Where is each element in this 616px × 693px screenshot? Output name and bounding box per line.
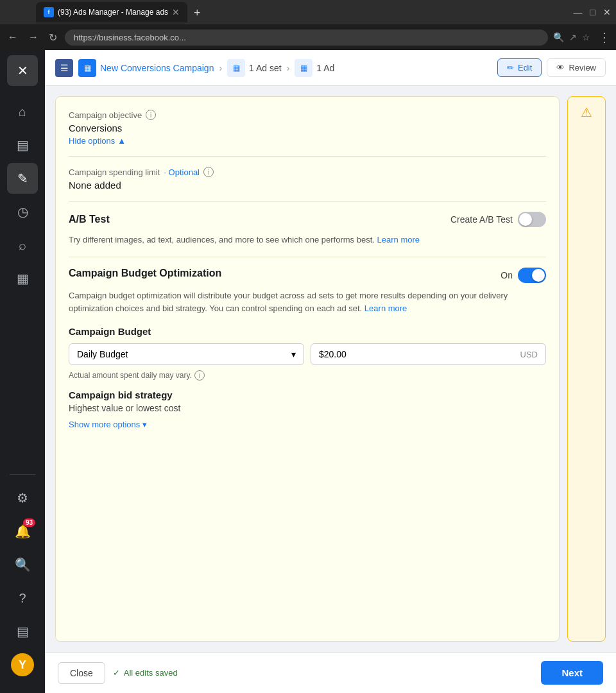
refresh-button[interactable]: ↻	[46, 29, 60, 46]
bid-strategy-label: Campaign bid strategy	[69, 389, 546, 400]
bookmark-icon: ☆	[582, 32, 590, 42]
adset-grid-icon: ▦	[233, 64, 240, 73]
budget-note-text: Actual amount spent daily may vary.	[69, 371, 192, 380]
hide-options-button[interactable]: Hide options ▲	[69, 136, 126, 146]
breadcrumb-sep-1: ›	[219, 63, 222, 73]
budget-amount-input[interactable]: $20.00 USD	[311, 343, 546, 365]
breadcrumb-adset[interactable]: ▦ 1 Ad set	[227, 59, 282, 77]
warning-icon-area: ⚠	[568, 97, 605, 128]
sidebar-item-panel[interactable]: ▤	[7, 616, 38, 647]
sidebar-item-search2[interactable]: 🔍	[7, 549, 38, 580]
breadcrumb-campaign[interactable]: ▦ New Conversions Campaign	[78, 59, 214, 77]
ab-learn-more-link[interactable]: Learn more	[377, 235, 420, 244]
address-icons: 🔍 ↗ ☆	[553, 32, 590, 42]
edit-button[interactable]: ✏ Edit	[497, 58, 542, 77]
ab-test-description: Try different images, ad text, audiences…	[69, 234, 546, 246]
top-nav: ☰ ▦ New Conversions Campaign › ▦ 1 Ad se…	[45, 50, 616, 86]
address-input[interactable]	[65, 30, 548, 46]
edit-label: Edit	[518, 63, 532, 73]
budget-amount-value: $20.00	[319, 349, 346, 359]
sidebar-item-edit[interactable]: ✎	[7, 163, 38, 194]
sidebar-item-chart[interactable]: ▤	[7, 130, 38, 160]
sidebar-item-clock[interactable]: ◷	[7, 196, 38, 227]
settings-icon: ⚙	[17, 490, 28, 506]
ab-test-toggle-row: Create A/B Test	[450, 212, 546, 227]
close-button[interactable]: Close	[58, 662, 105, 684]
spending-limit-value: None added	[69, 180, 546, 191]
cbo-toggle[interactable]	[518, 268, 546, 283]
breadcrumb-ad[interactable]: ▦ 1 Ad	[295, 59, 334, 77]
budget-type-select[interactable]: Daily Budget ▾	[69, 343, 304, 365]
warning-panel: ⚠	[567, 96, 606, 642]
search2-icon: 🔍	[15, 557, 31, 572]
cbo-toggle-label: On	[501, 270, 513, 280]
scroll-area[interactable]: Campaign objective i Conversions Hide op…	[45, 86, 616, 652]
form-card: Campaign objective i Conversions Hide op…	[55, 96, 560, 642]
cbo-toggle-row: On	[501, 268, 546, 283]
show-more-options-button[interactable]: Show more options ▾	[69, 420, 147, 429]
objective-info-icon[interactable]: i	[146, 110, 156, 120]
sidebar-item-search[interactable]: ⌕	[7, 230, 38, 261]
sidebar-divider	[10, 474, 35, 475]
warning-triangle-icon: ⚠	[581, 105, 592, 120]
ab-test-section: A/B Test Create A/B Test	[69, 212, 546, 227]
cbo-section: Campaign Budget Optimization On	[69, 268, 546, 283]
cbo-desc-text: Campaign budget optimization will distri…	[69, 291, 508, 314]
address-bar: ← → ↻ 🔍 ↗ ☆ ⋮	[0, 24, 616, 50]
active-tab[interactable]: f (93) Ads Manager - Manage ads ✕	[36, 2, 187, 22]
campaign-grid-icon: ▦	[84, 64, 91, 73]
ab-test-toggle[interactable]	[518, 212, 546, 227]
new-tab-button[interactable]: +	[189, 4, 206, 22]
spending-limit-section: Campaign spending limit · Optional i	[69, 167, 546, 177]
next-button[interactable]: Next	[541, 661, 603, 685]
browser-menu-button[interactable]: ⋮	[598, 30, 611, 45]
notification-badge: 93	[23, 518, 35, 527]
ad-icon: ▦	[295, 59, 312, 77]
cbo-title: Campaign Budget Optimization	[69, 268, 221, 279]
sidebar-item-notifications[interactable]: 🔔 93	[7, 516, 38, 547]
breadcrumb: ☰	[55, 59, 73, 77]
sidebar-item-user[interactable]: Y	[7, 649, 38, 680]
sidebar-item-home[interactable]: ⌂	[7, 96, 38, 127]
campaign-objective-value: Conversions	[69, 123, 546, 133]
cbo-learn-more-link[interactable]: Learn more	[364, 304, 407, 313]
app-container: ✕ ⌂ ▤ ✎ ◷ ⌕ ▦ ⚙ 🔔 93 🔍	[0, 50, 616, 693]
cbo-toggle-knob	[532, 269, 545, 282]
tab-favicon: f	[44, 7, 54, 17]
window-controls	[5, 10, 26, 15]
divider-3	[69, 257, 546, 257]
sidebar-toggle-icon[interactable]: ☰	[55, 59, 73, 77]
bottom-bar: Close ✓ All edits saved Next	[45, 652, 616, 693]
clock-icon: ◷	[17, 204, 28, 219]
sidebar-item-grid[interactable]: ▦	[7, 263, 38, 294]
minimize-button[interactable]: —	[574, 7, 583, 17]
share-icon: ↗	[569, 32, 577, 42]
show-more-arrow: ▾	[142, 420, 147, 429]
ab-desc-text: Try different images, ad text, audiences…	[69, 235, 375, 244]
back-button[interactable]: ←	[5, 29, 21, 46]
budget-note-info-icon[interactable]: i	[194, 370, 205, 381]
adset-label: 1 Ad set	[249, 63, 282, 73]
bid-strategy-value: Highest value or lowest cost	[69, 403, 546, 413]
restore-button[interactable]: □	[590, 7, 595, 17]
sidebar: ✕ ⌂ ▤ ✎ ◷ ⌕ ▦ ⚙ 🔔 93 🔍	[0, 50, 45, 693]
sidebar-item-settings[interactable]: ⚙	[7, 483, 38, 513]
help-icon: ?	[19, 591, 26, 606]
tab-close-button[interactable]: ✕	[172, 7, 180, 17]
sidebar-item-help[interactable]: ?	[7, 583, 38, 613]
review-button[interactable]: 👁 Review	[547, 58, 606, 77]
sidebar-close-button[interactable]: ✕	[7, 55, 38, 86]
optional-label: · Optional	[164, 167, 200, 177]
chart-icon: ▤	[17, 137, 29, 153]
forward-button[interactable]: →	[26, 29, 41, 46]
budget-currency: USD	[520, 350, 538, 359]
campaign-budget-title: Campaign Budget	[69, 326, 546, 337]
home-icon: ⌂	[19, 105, 26, 119]
divider-1	[69, 156, 546, 157]
search-icon: ⌕	[19, 238, 26, 253]
spending-info-icon[interactable]: i	[203, 167, 214, 177]
edit-icon: ✎	[17, 171, 28, 186]
ab-test-toggle-label: Create A/B Test	[450, 214, 513, 225]
campaign-icon: ▦	[78, 59, 96, 77]
close-window-button[interactable]: ✕	[603, 7, 611, 17]
